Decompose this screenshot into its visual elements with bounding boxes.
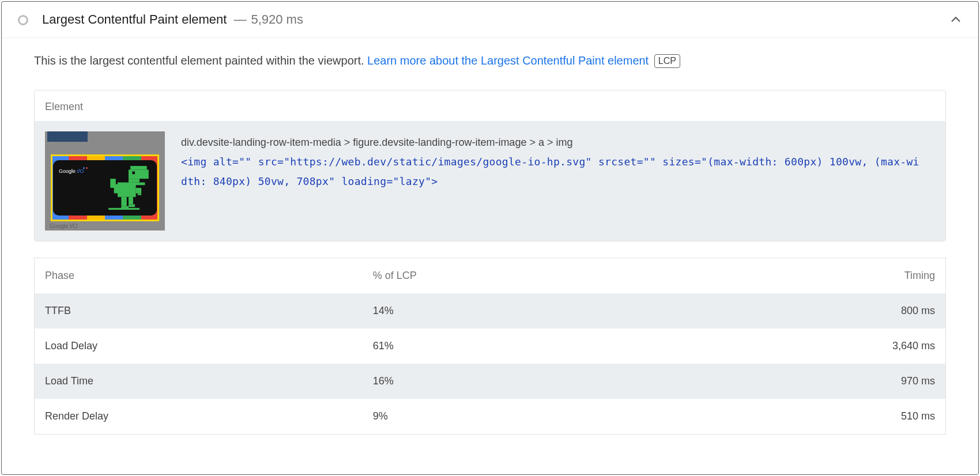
svg-rect-9 bbox=[121, 197, 127, 206]
dino-icon bbox=[108, 166, 149, 210]
cell-pct: 9% bbox=[363, 399, 764, 435]
audit-description: This is the largest contentful element p… bbox=[34, 52, 946, 69]
title-separator: — bbox=[233, 12, 246, 27]
svg-rect-6 bbox=[114, 184, 120, 194]
element-selector: div.devsite-landing-row-item-media > fig… bbox=[181, 133, 924, 152]
svg-rect-4 bbox=[118, 183, 136, 197]
description-text: This is the largest contentful element p… bbox=[34, 54, 367, 67]
audit-card: Largest Contentful Paint element — 5,920… bbox=[1, 1, 979, 475]
svg-rect-0 bbox=[130, 166, 146, 169]
table-row: TTFB 14% 800 ms bbox=[35, 293, 946, 328]
svg-rect-11 bbox=[129, 197, 133, 205]
col-pct: % of LCP bbox=[363, 258, 764, 294]
svg-rect-7 bbox=[136, 188, 142, 194]
element-card: Element Google I/O bbox=[34, 90, 946, 241]
cell-pct: 61% bbox=[363, 328, 764, 364]
lcp-badge: LCP bbox=[654, 54, 680, 68]
cell-pct: 16% bbox=[363, 364, 764, 399]
status-circle-icon bbox=[18, 15, 28, 25]
cell-phase: Load Delay bbox=[35, 328, 363, 364]
table-header-row: Phase % of LCP Timing bbox=[35, 258, 946, 294]
cell-phase: TTFB bbox=[35, 293, 363, 328]
thumb-brand: Google bbox=[59, 168, 76, 174]
col-timing: Timing bbox=[763, 258, 945, 294]
cell-phase: Render Delay bbox=[35, 399, 363, 435]
audit-header[interactable]: Largest Contentful Paint element — 5,920… bbox=[2, 2, 978, 38]
thumb-brand-io: I/O bbox=[76, 168, 84, 174]
svg-rect-8 bbox=[138, 194, 141, 195]
col-phase: Phase bbox=[35, 258, 363, 294]
svg-rect-14 bbox=[132, 172, 135, 175]
svg-rect-12 bbox=[129, 205, 135, 207]
chevron-up-icon[interactable] bbox=[949, 13, 962, 26]
cell-timing: 510 ms bbox=[763, 399, 945, 435]
cell-timing: 800 ms bbox=[763, 293, 945, 328]
element-text: div.devsite-landing-row-item-media > fig… bbox=[181, 131, 935, 231]
element-heading: Element bbox=[35, 90, 945, 121]
svg-rect-13 bbox=[108, 208, 140, 210]
table-row: Load Delay 61% 3,640 ms bbox=[35, 328, 946, 364]
audit-title: Largest Contentful Paint element bbox=[42, 12, 227, 27]
phase-table: Phase % of LCP Timing TTFB 14% 800 ms Lo… bbox=[34, 258, 946, 435]
cell-timing: 970 ms bbox=[763, 364, 945, 399]
svg-rect-1 bbox=[129, 169, 149, 179]
element-thumbnail: Google I/O bbox=[45, 131, 165, 231]
cell-phase: Load Time bbox=[35, 364, 363, 399]
svg-rect-2 bbox=[129, 179, 140, 182]
table-row: Load Time 16% 970 ms bbox=[35, 364, 946, 399]
table-row: Render Delay 9% 510 ms bbox=[35, 399, 946, 435]
audit-body: This is the largest contentful element p… bbox=[2, 38, 978, 440]
cell-timing: 3,640 ms bbox=[763, 328, 945, 364]
element-body: Google I/O bbox=[35, 121, 945, 241]
thumb-caption: Google I/O bbox=[50, 223, 77, 229]
audit-time: 5,920 ms bbox=[251, 12, 303, 27]
learn-more-link[interactable]: Learn more about the Largest Contentful … bbox=[367, 54, 649, 67]
cell-pct: 14% bbox=[363, 293, 764, 328]
element-markup: <img alt="" src="https://web.dev/static/… bbox=[181, 152, 924, 191]
